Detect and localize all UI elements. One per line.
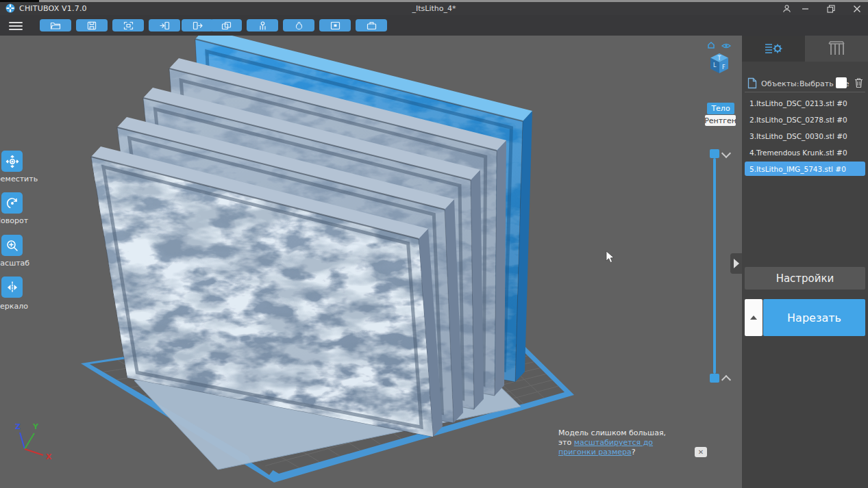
- layer-slider-track[interactable]: [713, 158, 716, 374]
- user-icon: [782, 4, 791, 13]
- maximize-button[interactable]: [821, 2, 841, 15]
- notification-line1: Модель слишком большая,: [558, 428, 666, 437]
- mirror-tool-label: Зеркало: [0, 302, 39, 311]
- slice-options-button[interactable]: [745, 299, 762, 336]
- rotate-tool-label: Поворот: [0, 216, 39, 225]
- objects-label: Объекты:: [761, 79, 799, 88]
- toolbox-icon: [367, 21, 377, 30]
- object-list-item[interactable]: 3.ItsLitho_DSC_0030.stl #0: [745, 129, 865, 143]
- minimize-button[interactable]: [795, 2, 815, 15]
- hollow-icon: [295, 21, 303, 30]
- chitubox-window: { "titlebar": { "app_name": "CHITUBOX V1…: [0, 0, 868, 488]
- scale-tool-button[interactable]: [1, 235, 23, 256]
- close-button[interactable]: [847, 2, 867, 15]
- arrow-up-icon: [750, 316, 757, 320]
- view-cube-top-label: T: [717, 55, 721, 62]
- support-button[interactable]: [247, 19, 278, 31]
- object-list-gear-icon: [764, 42, 783, 55]
- chevron-right-icon: [734, 259, 739, 268]
- frame-select-icon: [123, 21, 134, 30]
- move-tool-button[interactable]: [1, 151, 23, 172]
- scale-icon: [5, 239, 19, 253]
- view-cube[interactable]: T L F: [704, 41, 739, 79]
- view-cube-body[interactable]: T L F: [710, 53, 728, 73]
- clone-button[interactable]: [210, 19, 242, 31]
- document-title: _ItsLitho_4*: [0, 4, 868, 13]
- 3d-viewport[interactable]: Переместить Поворот Масштаб Зеркало T: [0, 36, 742, 488]
- divider: [745, 92, 865, 92]
- object-list-item[interactable]: 1.ItsLitho_DSC_0213.stl #0: [745, 96, 865, 110]
- rotate-icon: [5, 196, 19, 210]
- object-list-item-selected[interactable]: 5.ItsLitho_IMG_5743.stl #0: [745, 162, 865, 176]
- scale-tool-label: Масштаб: [0, 259, 39, 268]
- object-list-item[interactable]: 2.ItsLitho_DSC_0278.stl #0: [745, 112, 865, 127]
- open-folder-icon: [50, 21, 61, 30]
- layer-slider-bottom-handle[interactable]: [710, 374, 719, 383]
- close-icon: [853, 5, 861, 13]
- save-button[interactable]: [76, 19, 108, 31]
- document-icon: [747, 77, 757, 89]
- view-mode-body[interactable]: Тело: [707, 103, 734, 114]
- panel-collapse-button[interactable]: [730, 253, 742, 274]
- settings-button[interactable]: Настройки: [745, 267, 865, 290]
- support-icon: [258, 21, 268, 30]
- titlebar: CHITUBOX V1.7.0 _ItsLitho_4*: [0, 2, 868, 15]
- notification-prefix: это: [558, 438, 574, 447]
- import-icon: [160, 21, 170, 30]
- export-icon: [193, 21, 203, 30]
- trash-icon[interactable]: [854, 77, 863, 88]
- maximize-icon: [827, 5, 835, 13]
- eye-icon[interactable]: [722, 44, 730, 48]
- notification-suffix: ?: [632, 448, 636, 457]
- clone-icon: [221, 21, 232, 30]
- 3d-scene[interactable]: [0, 36, 742, 488]
- select-all-checkbox[interactable]: [836, 77, 847, 88]
- open-button[interactable]: [40, 19, 71, 31]
- menu-button[interactable]: [9, 20, 23, 31]
- account-button[interactable]: [776, 2, 797, 15]
- home-icon[interactable]: [708, 42, 714, 48]
- frame-select-button[interactable]: [112, 19, 144, 31]
- toolbox-button[interactable]: [356, 19, 387, 31]
- notification-close-button[interactable]: ✕: [695, 447, 707, 457]
- rotate-tool-button[interactable]: [1, 192, 23, 214]
- view-mode-xray[interactable]: Рентген: [705, 115, 736, 126]
- layer-slider-top-handle[interactable]: [710, 149, 719, 158]
- move-tool-label: Переместить: [0, 175, 39, 183]
- axis-x-label: X: [46, 452, 52, 461]
- save-icon: [87, 21, 97, 30]
- slice-button[interactable]: Нарезать: [763, 299, 865, 336]
- mouse-cursor: [606, 251, 615, 264]
- hollow-button[interactable]: [283, 19, 314, 31]
- support-pillars-icon: [828, 41, 845, 56]
- tab-objects[interactable]: [742, 36, 805, 62]
- dig-hole-button[interactable]: [319, 19, 351, 31]
- dig-hole-icon: [330, 21, 340, 30]
- tab-supports[interactable]: [805, 36, 868, 62]
- object-list-item[interactable]: 4.Tremendous Krunk.stl #0: [745, 145, 865, 159]
- export-button[interactable]: [182, 19, 213, 31]
- view-cube-left-label: L: [713, 62, 717, 68]
- objects-header: Объекты: Выбрать все: [746, 77, 864, 92]
- main-toolbar: [0, 15, 868, 36]
- view-cube-front-label: F: [722, 64, 726, 70]
- move-icon: [5, 155, 19, 168]
- import-button[interactable]: [149, 19, 180, 31]
- minimize-icon: [802, 5, 809, 12]
- mirror-tool-button[interactable]: [1, 277, 23, 298]
- axis-y-label: Y: [32, 422, 39, 431]
- axis-triad: Z Y X: [7, 415, 62, 463]
- mirror-icon: [5, 281, 19, 294]
- lithophane-models[interactable]: [91, 36, 532, 437]
- axis-z-label: Z: [15, 422, 21, 431]
- notification-message: Модель слишком большая, это масштабирует…: [558, 428, 689, 457]
- right-panel: Объекты: Выбрать все 1.ItsLitho_DSC_0213…: [742, 36, 868, 488]
